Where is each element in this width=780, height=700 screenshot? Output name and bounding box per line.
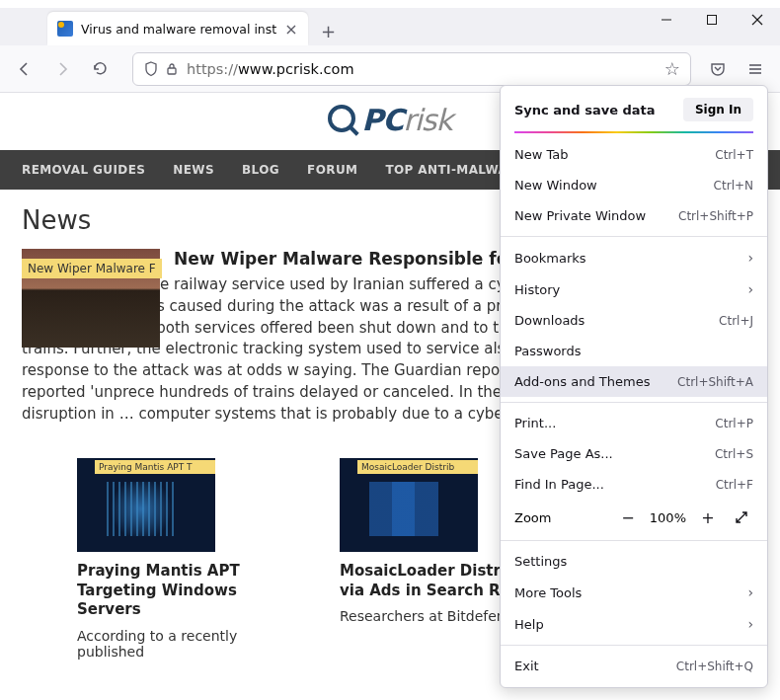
card-title[interactable]: Praying Mantis APT Targeting Windows Ser…: [77, 562, 304, 620]
shield-icon: [143, 61, 159, 77]
minimize-button[interactable]: [644, 0, 689, 39]
menu-downloads[interactable]: DownloadsCtrl+J: [501, 305, 767, 336]
maximize-button[interactable]: [689, 0, 735, 39]
back-button[interactable]: [8, 52, 41, 86]
menu-settings[interactable]: Settings: [501, 546, 767, 577]
zoom-label: Zoom: [514, 510, 606, 525]
menu-find-in-page[interactable]: Find In Page...Ctrl+F: [501, 469, 767, 500]
close-window-button[interactable]: [735, 0, 780, 39]
menu-passwords[interactable]: Passwords: [501, 336, 767, 366]
menu-zoom-row: Zoom − 100% +: [501, 500, 767, 535]
nav-forum[interactable]: FORUM: [307, 163, 357, 177]
nav-news[interactable]: NEWS: [173, 163, 214, 177]
menu-header: Sync and save data Sign In: [501, 86, 767, 131]
menu-history[interactable]: History›: [501, 273, 767, 305]
card-thumb[interactable]: MosaicLoader Distrib: [340, 458, 478, 552]
tab-title: Virus and malware removal inst: [81, 22, 276, 37]
chevron-right-icon: ›: [747, 250, 753, 266]
card-mantis: Praying Mantis APT T Praying Mantis APT …: [77, 458, 304, 660]
menu-separator: [501, 402, 767, 403]
card-thumb-label: MosaicLoader Distrib: [357, 460, 478, 474]
fullscreen-button[interactable]: [730, 506, 753, 529]
menu-new-tab[interactable]: New TabCtrl+T: [501, 139, 767, 170]
menu-new-private-window[interactable]: New Private WindowCtrl+Shift+P: [501, 200, 767, 231]
menu-exit[interactable]: ExitCtrl+Shift+Q: [501, 651, 767, 681]
zoom-in-button[interactable]: +: [696, 506, 720, 529]
article-thumbnail[interactable]: New Wiper Malware F: [22, 249, 160, 348]
zoom-value: 100%: [650, 510, 686, 525]
card-excerpt: According to a recently published: [77, 628, 304, 660]
signin-button[interactable]: Sign In: [683, 98, 753, 121]
lock-icon: [165, 62, 179, 76]
card-thumb-label: Praying Mantis APT T: [95, 460, 215, 474]
window-controls: [644, 0, 780, 39]
menu-more-tools[interactable]: More Tools›: [501, 577, 767, 608]
close-tab-icon[interactable]: ×: [284, 20, 297, 39]
url-text: https://www.pcrisk.com: [187, 61, 657, 77]
sync-label: Sync and save data: [514, 103, 656, 117]
bookmark-star-icon[interactable]: ☆: [664, 58, 680, 79]
menu-print[interactable]: Print...Ctrl+P: [501, 408, 767, 438]
url-bar[interactable]: https://www.pcrisk.com ☆: [132, 52, 691, 86]
forward-button[interactable]: [45, 52, 79, 86]
nav-blog[interactable]: BLOG: [242, 163, 279, 177]
menu-new-window[interactable]: New WindowCtrl+N: [501, 170, 767, 200]
card-thumb[interactable]: Praying Mantis APT T: [77, 458, 215, 552]
chevron-right-icon: ›: [747, 281, 753, 297]
rainbow-divider: [514, 131, 753, 133]
app-menu-button[interactable]: [739, 52, 772, 86]
menu-separator: [501, 645, 767, 646]
nav-removal-guides[interactable]: REMOVAL GUIDES: [22, 163, 145, 177]
magnify-icon: [328, 105, 357, 134]
security-icons: [143, 61, 179, 77]
favicon-icon: [57, 21, 73, 37]
browser-tab[interactable]: Virus and malware removal inst ×: [47, 12, 308, 45]
zoom-out-button[interactable]: −: [616, 506, 640, 529]
new-tab-button[interactable]: +: [314, 16, 344, 45]
menu-separator: [501, 236, 767, 237]
thumb-label: New Wiper Malware F: [22, 259, 162, 278]
pocket-button[interactable]: [701, 52, 735, 86]
menu-save-page-as[interactable]: Save Page As...Ctrl+S: [501, 438, 767, 469]
chevron-right-icon: ›: [747, 584, 753, 600]
site-logo[interactable]: PCrisk: [328, 103, 452, 137]
menu-addons-themes[interactable]: Add-ons and ThemesCtrl+Shift+A: [501, 366, 767, 397]
reload-button[interactable]: [83, 52, 117, 86]
menu-separator: [501, 540, 767, 541]
app-menu-popup: Sync and save data Sign In New TabCtrl+T…: [500, 85, 768, 688]
logo-text: PCrisk: [361, 103, 452, 137]
svg-rect-1: [708, 16, 717, 25]
menu-help[interactable]: Help›: [501, 608, 767, 640]
menu-bookmarks[interactable]: Bookmarks›: [501, 242, 767, 273]
svg-rect-4: [168, 68, 176, 74]
chevron-right-icon: ›: [747, 616, 753, 632]
